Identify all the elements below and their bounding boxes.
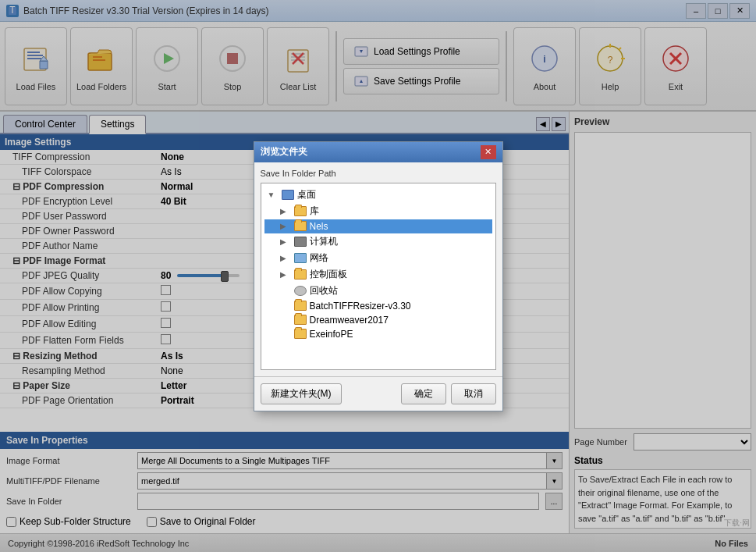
dialog-cancel-button[interactable]: 取消 (451, 383, 496, 404)
new-folder-button[interactable]: 新建文件夹(M) (261, 383, 342, 404)
folder-icon (294, 269, 307, 280)
list-item[interactable]: BatchTIFFResizer-v3.30 (264, 299, 492, 313)
dialog-title-bar: 浏览文件夹 ✕ (254, 142, 502, 162)
network-icon (294, 253, 307, 263)
folder-icon (294, 206, 307, 216)
computer-icon (294, 237, 307, 247)
folder-icon (294, 301, 307, 311)
folder-icon (294, 221, 307, 231)
list-item[interactable]: ▶ Nels (264, 219, 492, 233)
expand-icon: ▶ (280, 270, 291, 279)
expand-icon: ▶ (280, 207, 291, 215)
desktop-icon (282, 190, 294, 200)
dialog-body: Save In Folder Path ▼ 桌面 ▶ 库 ▶ Nels (254, 162, 502, 376)
dialog-action-buttons: 确定 取消 (401, 383, 496, 404)
list-item[interactable]: ▶ 计算机 (264, 233, 492, 250)
expand-icon: ▶ (280, 222, 291, 230)
list-item[interactable]: ▶ 控制面板 (264, 266, 492, 283)
dialog-footer: 新建文件夹(M) 确定 取消 (254, 376, 502, 411)
dialog-path-label: Save In Folder Path (261, 169, 496, 178)
expand-icon: ▶ (280, 237, 291, 246)
dialog-ok-button[interactable]: 确定 (401, 383, 446, 404)
dialog-tree[interactable]: ▼ 桌面 ▶ 库 ▶ Nels ▶ 计算机 (261, 183, 496, 370)
list-item[interactable]: Dreamweaver2017 (264, 313, 492, 327)
browse-dialog: 浏览文件夹 ✕ Save In Folder Path ▼ 桌面 ▶ 库 ▶ (254, 141, 503, 411)
dialog-close-button[interactable]: ✕ (481, 145, 496, 159)
expand-icon: ▼ (268, 191, 279, 199)
list-item[interactable]: ▶ 网络 (264, 250, 492, 266)
list-item[interactable]: ExeinfoPE (264, 327, 492, 341)
list-item[interactable]: ▼ 桌面 (264, 187, 492, 203)
folder-icon (294, 315, 307, 325)
list-item[interactable]: ▶ 库 (264, 203, 492, 219)
list-item[interactable]: 回收站 (264, 283, 492, 299)
dialog-overlay: 浏览文件夹 ✕ Save In Folder Path ▼ 桌面 ▶ 库 ▶ (0, 0, 756, 552)
recycle-icon (294, 286, 307, 296)
folder-icon (294, 329, 307, 339)
expand-icon: ▶ (280, 254, 291, 262)
dialog-title: 浏览文件夹 (261, 145, 307, 158)
